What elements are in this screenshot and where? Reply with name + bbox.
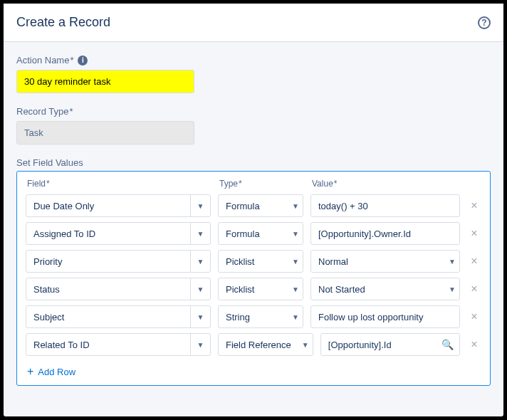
chevron-down-icon: ▼ <box>288 230 303 238</box>
chevron-down-icon: ▼ <box>190 251 210 272</box>
action-name-input[interactable] <box>16 70 194 93</box>
panel-content: Action Name i Record Type Task Set Field… <box>4 42 503 399</box>
field-select[interactable]: Status ▼ <box>26 278 211 300</box>
chevron-down-icon: ▼ <box>445 258 459 266</box>
search-icon: 🔍 <box>441 339 459 350</box>
field-row: Status ▼ Picklist ▼ Not Started ▼ × <box>26 278 481 300</box>
value-picklist[interactable]: Normal ▼ <box>310 250 460 273</box>
field-select[interactable]: Assigned To ID ▼ <box>26 222 211 245</box>
field-row: Assigned To ID ▼ Formula ▼ [Opportunity]… <box>26 222 481 245</box>
chevron-down-icon: ▼ <box>190 334 210 355</box>
action-name-group: Action Name i <box>16 55 491 93</box>
field-row: Due Date Only ▼ Formula ▼ today() + 30 × <box>26 194 481 217</box>
type-select[interactable]: Picklist ▼ <box>218 278 303 300</box>
panel-header: Create a Record ? <box>4 4 503 42</box>
value-lookup[interactable]: [Opportunity].Id 🔍 <box>320 333 460 356</box>
plus-icon: + <box>27 365 33 378</box>
type-select[interactable]: Field Reference ▼ <box>218 333 313 356</box>
chevron-down-icon: ▼ <box>190 278 210 300</box>
panel-title: Create a Record <box>16 15 110 30</box>
remove-row-button[interactable]: × <box>467 199 481 212</box>
remove-row-button[interactable]: × <box>467 338 481 351</box>
chevron-down-icon: ▼ <box>298 341 313 349</box>
chevron-down-icon: ▼ <box>190 195 210 216</box>
value-picklist[interactable]: Not Started ▼ <box>310 278 460 300</box>
value-input[interactable]: today() + 30 <box>310 194 460 217</box>
chevron-down-icon: ▼ <box>445 285 459 293</box>
record-type-label: Record Type <box>16 106 491 117</box>
col-value-header: Value <box>312 179 459 189</box>
create-record-panel: Create a Record ? Action Name i Record T… <box>4 4 503 416</box>
action-name-label: Action Name i <box>16 55 491 65</box>
field-select[interactable]: Due Date Only ▼ <box>26 194 211 217</box>
remove-row-button[interactable]: × <box>467 255 481 268</box>
info-icon[interactable]: i <box>78 56 88 65</box>
record-type-group: Record Type Task <box>16 106 491 145</box>
add-row-button[interactable]: + Add Row <box>26 361 481 379</box>
chevron-down-icon: ▼ <box>190 223 210 244</box>
type-select[interactable]: Picklist ▼ <box>218 250 303 273</box>
help-icon[interactable]: ? <box>478 16 491 29</box>
record-type-input: Task <box>16 121 194 145</box>
remove-row-button[interactable]: × <box>467 310 481 323</box>
chevron-down-icon: ▼ <box>288 313 303 321</box>
value-input[interactable]: Follow up lost opportunity <box>310 305 460 328</box>
type-select[interactable]: Formula ▼ <box>218 194 303 217</box>
field-select[interactable]: Related To ID ▼ <box>26 333 211 356</box>
field-row: Priority ▼ Picklist ▼ Normal ▼ × <box>26 250 481 273</box>
set-field-values-label: Set Field Values <box>16 157 491 168</box>
chevron-down-icon: ▼ <box>288 285 303 293</box>
col-type-header: Type <box>219 179 305 189</box>
chevron-down-icon: ▼ <box>190 306 210 327</box>
field-select[interactable]: Subject ▼ <box>26 305 211 328</box>
remove-row-button[interactable]: × <box>467 227 481 240</box>
grid-header: Field Type Value <box>26 179 481 189</box>
chevron-down-icon: ▼ <box>288 258 303 266</box>
field-select[interactable]: Priority ▼ <box>26 250 211 273</box>
field-row: Subject ▼ String ▼ Follow up lost opport… <box>26 305 481 328</box>
col-field-header: Field <box>27 179 212 189</box>
add-row-label: Add Row <box>38 367 75 377</box>
field-values-grid: Field Type Value Due Date Only ▼ Formula… <box>16 171 491 386</box>
field-row: Related To ID ▼ Field Reference ▼ [Oppor… <box>26 333 481 356</box>
value-input[interactable]: [Opportunity].Owner.Id <box>310 222 460 245</box>
type-select[interactable]: String ▼ <box>218 305 303 328</box>
chevron-down-icon: ▼ <box>288 202 303 210</box>
type-select[interactable]: Formula ▼ <box>218 222 303 245</box>
remove-row-button[interactable]: × <box>467 283 481 295</box>
